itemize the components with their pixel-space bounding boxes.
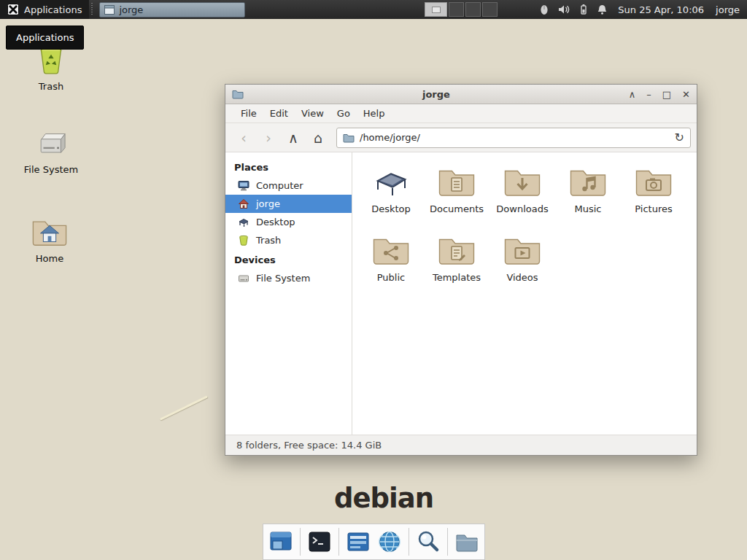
menu-edit[interactable]: Edit	[263, 105, 295, 122]
menu-file[interactable]: File	[234, 105, 263, 122]
sidebar-item-label: jorge	[256, 198, 280, 209]
debian-wallpaper-logo: debian	[334, 483, 433, 514]
sidebar-item-desktop[interactable]: Desktop	[225, 213, 352, 231]
folder-public[interactable]: Public	[358, 230, 424, 294]
applications-menu-label: Applications	[24, 4, 82, 15]
folder-icon	[569, 164, 607, 199]
menu-help[interactable]: Help	[357, 105, 392, 122]
menubar: File Edit View Go Help	[225, 104, 697, 123]
folder-label: Music	[575, 203, 602, 214]
pathbar-folder-icon	[343, 133, 355, 143]
panel-user-actions[interactable]: jorge	[716, 4, 740, 15]
forward-button[interactable]: ›	[256, 127, 281, 149]
toolbar: ‹ › ∧ ⌂ /home/jorge/ ↻	[225, 123, 697, 152]
location-path-text[interactable]: /home/jorge/	[360, 132, 670, 143]
minimize-button[interactable]: –	[646, 90, 651, 99]
folder-templates[interactable]: Templates	[424, 230, 489, 294]
folder-pictures[interactable]: Pictures	[621, 161, 686, 225]
trash-small-icon	[238, 235, 249, 246]
folder-icon	[372, 233, 410, 268]
window-title: jorge	[244, 89, 629, 100]
app-finder-launcher[interactable]	[416, 529, 441, 554]
menu-view[interactable]: View	[295, 105, 330, 122]
applications-menu-button[interactable]: Applications	[0, 0, 89, 19]
workspace-3[interactable]	[465, 2, 481, 17]
folder-desktop[interactable]: Desktop	[358, 161, 424, 225]
reload-icon[interactable]: ↻	[675, 131, 684, 144]
desktop-icon	[238, 217, 249, 228]
dock-separator	[300, 528, 301, 556]
folder-label: Documents	[430, 203, 484, 214]
panel-separator	[91, 3, 93, 16]
window-titlebar[interactable]: jorge ∧ – □ ✕	[225, 85, 697, 104]
workspace-switcher	[425, 2, 498, 17]
close-button[interactable]: ✕	[682, 90, 690, 99]
drive-small-icon	[238, 273, 249, 284]
up-button[interactable]: ∧	[281, 127, 306, 149]
sidebar-header-devices: Devices	[225, 249, 352, 269]
folder-icon	[503, 164, 541, 199]
desktop-icon-home[interactable]: Home	[15, 216, 85, 264]
notifications-bell-icon[interactable]	[597, 4, 608, 15]
folder-label: Videos	[506, 272, 538, 283]
magnifier-icon	[416, 529, 441, 554]
sidebar-item-trash[interactable]: Trash	[225, 231, 352, 249]
terminal-launcher[interactable]	[307, 529, 332, 554]
sidebar-header-places: Places	[225, 157, 352, 176]
location-bar[interactable]: /home/jorge/ ↻	[336, 128, 691, 148]
folder-icon	[503, 233, 541, 268]
statusbar: 8 folders, Free space: 14.4 GiB	[225, 435, 697, 455]
system-tray	[538, 4, 608, 15]
folder-label: Templates	[433, 272, 481, 283]
sidebar-item-computer[interactable]: Computer	[225, 176, 352, 195]
terminal-launcher-icon	[307, 529, 332, 554]
volume-icon[interactable]	[558, 4, 570, 15]
workspace-4[interactable]	[482, 2, 498, 17]
status-text: 8 folders, Free space: 14.4 GiB	[236, 440, 382, 451]
workspace-window-thumb	[432, 7, 441, 13]
folder-downloads[interactable]: Downloads	[489, 161, 555, 225]
applications-tooltip-text: Applications	[16, 32, 74, 43]
desktop-icon-trash[interactable]: Trash	[16, 44, 86, 92]
menu-go[interactable]: Go	[330, 105, 357, 122]
desktop-icon-label: Trash	[16, 81, 86, 92]
wallpaper-scratch-line	[160, 395, 208, 420]
home-icon	[238, 198, 249, 209]
dock-separator	[409, 528, 409, 556]
workspace-1[interactable]	[425, 2, 447, 17]
drive-icon	[34, 128, 68, 159]
folder-documents[interactable]: Documents	[424, 161, 489, 225]
sidebar-item-file-system[interactable]: File System	[225, 269, 352, 287]
folder-videos[interactable]: Videos	[489, 230, 555, 294]
folder-music[interactable]: Music	[555, 161, 621, 225]
taskbar-window-button[interactable]: jorge	[99, 2, 245, 18]
taskbar-window-label: jorge	[119, 4, 143, 15]
desktop-launcher-icon	[268, 529, 293, 554]
files-view: Desktop Documents Downloads	[352, 152, 697, 435]
folder-icon	[438, 164, 476, 199]
panel-launcher[interactable]	[346, 529, 371, 554]
desktop-icon-label: File System	[16, 164, 86, 175]
sidebar-item-label: File System	[256, 273, 310, 284]
home-button[interactable]: ⌂	[306, 127, 330, 149]
bottom-dock	[263, 524, 485, 560]
sidebar-item-jorge[interactable]: jorge	[225, 195, 352, 213]
workspace-2[interactable]	[449, 2, 464, 17]
desktop-icon-file-system[interactable]: File System	[16, 128, 86, 175]
sidebar: Places Computer jorge	[225, 152, 352, 435]
battery-icon[interactable]	[578, 4, 589, 15]
desktop-launcher[interactable]	[268, 529, 293, 554]
web-browser-launcher[interactable]	[377, 529, 402, 554]
back-button[interactable]: ‹	[231, 127, 256, 149]
folder-icon	[438, 233, 476, 268]
folder-label: Desktop	[371, 203, 411, 214]
file-manager-launcher[interactable]	[454, 529, 479, 554]
maximize-button[interactable]: □	[662, 90, 671, 99]
globe-icon	[377, 529, 402, 554]
sidebar-item-label: Desktop	[256, 217, 295, 228]
window-body: Places Computer jorge	[225, 152, 697, 435]
mouse-icon[interactable]	[538, 4, 550, 15]
folder-label: Pictures	[635, 203, 672, 214]
shade-button[interactable]: ∧	[629, 90, 636, 99]
panel-clock[interactable]: Sun 25 Apr, 10:06	[618, 4, 704, 15]
